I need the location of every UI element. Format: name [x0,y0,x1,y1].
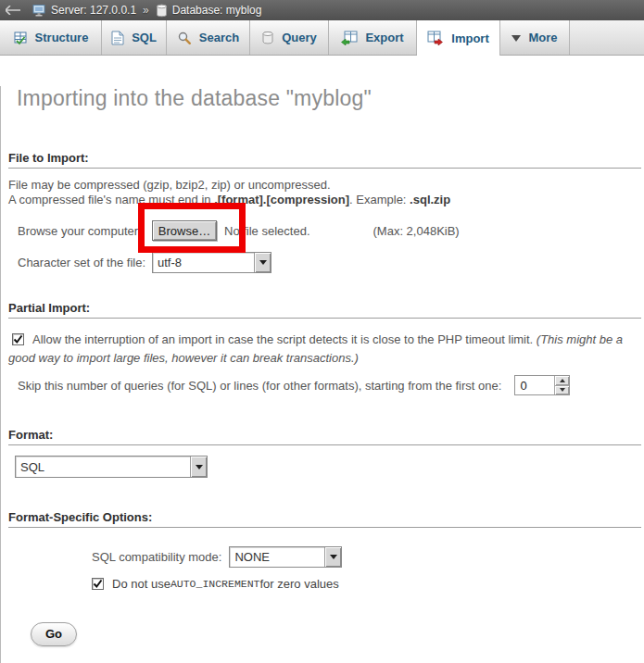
database-icon [156,4,168,18]
tab-query[interactable]: Query [250,20,329,55]
chevron-down-icon[interactable] [324,547,341,567]
skip-queries-label: Skip this number of queries (for SQL) or… [18,379,501,393]
breadcrumb: Server: 127.0.0.1 » Database: myblog [0,0,644,20]
tab-more[interactable]: More [500,20,570,55]
import-icon [427,31,444,45]
tab-export[interactable]: Export [329,20,417,55]
tab-label: More [528,31,557,44]
auto-increment-label-prefix: Do not use [112,577,170,591]
auto-increment-checkbox[interactable] [92,578,104,590]
skip-queries-value: 0 [515,376,554,394]
phpmyadmin-import-screen: Server: 127.0.0.1 » Database: myblog Str… [0,0,644,663]
export-icon [341,31,358,45]
auto-increment-code: AUTO_INCREMENT [170,578,260,590]
tab-sql[interactable]: SQL [102,20,167,55]
sql-compatibility-label: SQL compatibility mode: [92,550,221,564]
tab-label: Import [451,31,488,45]
chevron-down-icon [511,30,521,46]
tab-label: Export [365,31,403,44]
auto-increment-label-suffix: for zero values [260,577,339,591]
charset-selected-value: utf-8 [153,253,254,272]
auto-increment-row: Do not use AUTO_INCREMENT for zero value… [88,575,644,592]
compression-hint: File may be compressed (gzip, bzip2, zip… [8,178,637,207]
search-icon [177,31,192,45]
allow-interruption-row: Allow the interruption of an import in c… [8,331,637,368]
hint-format-pattern: .[format].[compression] [214,193,349,206]
tab-bar-filler [570,20,644,55]
chevron-down-icon[interactable] [190,457,207,477]
breadcrumb-database-link[interactable]: Database: myblog [172,4,262,17]
back-arrow-icon[interactable] [6,6,20,15]
spinner [554,376,569,394]
tab-label: SQL [132,31,157,44]
breadcrumb-separator: » [143,4,149,17]
charset-label: Character set of the file: [18,256,152,269]
page-title: Importing into the database "myblog" [17,86,644,111]
tab-import[interactable]: Import [417,20,500,56]
tab-search[interactable]: Search [167,20,250,55]
sql-icon [111,31,124,45]
tab-bar: Structure SQL Search Query Export [0,20,644,56]
tab-label: Structure [35,31,89,44]
query-icon [261,31,274,45]
max-size-text: (Max: 2,048KiB) [373,224,460,238]
charset-select[interactable]: utf-8 [152,252,271,273]
format-select[interactable]: SQL [15,456,208,478]
allow-interruption-label: Allow the interruption of an import in c… [32,332,537,346]
section-format: Format: [8,428,641,445]
browse-label: Browse your computer: [18,224,152,238]
sql-compatibility-value: NONE [230,547,324,567]
structure-icon [13,31,28,45]
breadcrumb-server-link[interactable]: Server: 127.0.0.1 [51,4,136,17]
format-selected-value: SQL [16,457,190,477]
no-file-selected-text: No file selected. [224,224,310,238]
hint-example: .sql.zip [410,193,450,206]
hint-line2-prefix: A compressed file's name must end in [8,193,214,206]
section-file-to-import: File to Import: [8,151,641,169]
tab-label: Query [282,31,317,44]
sql-compatibility-select[interactable]: NONE [229,546,342,568]
allow-interruption-checkbox[interactable] [12,333,24,345]
go-button[interactable]: Go [31,622,77,646]
section-format-options: Format-Specific Options: [8,510,641,528]
tab-structure[interactable]: Structure [0,20,102,55]
spinner-up-button[interactable] [555,376,569,385]
import-form: Importing into the database "myblog" Fil… [0,86,644,663]
browse-button[interactable]: Browse… [152,220,217,241]
tab-label: Search [199,31,239,44]
server-icon [32,4,46,18]
section-partial-import: Partial Import: [8,301,641,319]
chevron-down-icon[interactable] [254,253,271,272]
spinner-down-button[interactable] [555,385,569,395]
hint-line1: File may be compressed (gzip, bzip2, zip… [8,178,331,192]
skip-queries-input[interactable]: 0 [514,375,570,395]
hint-line2-mid: . Example: [349,193,410,206]
